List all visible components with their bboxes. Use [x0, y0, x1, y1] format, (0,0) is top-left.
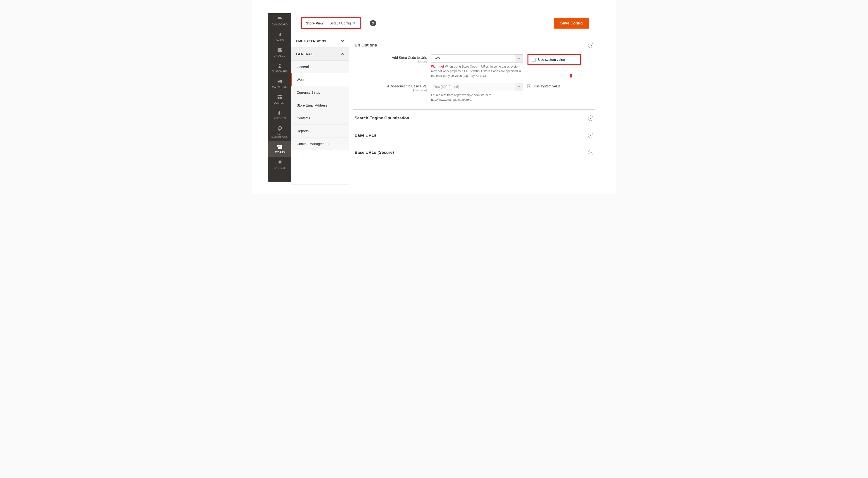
question-icon: ?: [372, 21, 374, 25]
section-base-urls-header[interactable]: Base URLs: [352, 127, 595, 144]
section-title: Base URLs (Secure): [354, 150, 394, 155]
main-panel: Store View: Default Config ? Save Config…: [291, 13, 599, 194]
field-note: Warning! When using Store Code in URLs, …: [431, 64, 523, 78]
field-label: Add Store Code to Urls: [392, 56, 427, 60]
chevron-down-icon: [341, 39, 344, 43]
sidebar-section-fme-extensions[interactable]: FME EXTENSIONS: [291, 35, 349, 48]
auto-redirect-select: Yes (302 Found): [431, 83, 523, 91]
gear-icon: [277, 159, 283, 165]
expand-down-icon: [588, 133, 593, 138]
nav-system[interactable]: SYSTEM: [268, 157, 291, 172]
sidebar-item-web[interactable]: Web: [291, 73, 349, 86]
add-store-code-select[interactable]: Yes: [431, 54, 523, 62]
section-seo-header[interactable]: Search Engine Optimization: [352, 109, 595, 127]
layout-icon: [277, 94, 283, 100]
nav-customers[interactable]: CUSTOMERS: [268, 60, 291, 76]
nav-dashboard[interactable]: DASHBOARD: [268, 13, 291, 29]
hexagon-icon: [277, 125, 283, 131]
dropdown-toggle: [515, 83, 523, 91]
nav-reports[interactable]: REPORTS: [268, 107, 291, 123]
collapse-up-icon: [588, 43, 593, 48]
nav-sales[interactable]: SALES: [268, 29, 291, 45]
sidebar-item-general[interactable]: General: [291, 61, 349, 73]
bars-icon: [277, 109, 283, 116]
nav-content[interactable]: CONTENT: [268, 92, 291, 107]
store-view-label: Store View:: [306, 21, 324, 25]
sidebar-item-currency-setup[interactable]: Currency Setup: [291, 86, 349, 99]
section-title: Search Engine Optimization: [354, 116, 409, 121]
dollar-icon: [277, 31, 283, 38]
section-title: Url Options: [354, 43, 377, 48]
use-system-value: Use system value: [527, 84, 581, 88]
field-scope: [global]: [354, 60, 427, 63]
field-add-store-code: Add Store Code to Urls [global] Yes Warn…: [352, 52, 595, 81]
sidebar-item-content-management[interactable]: Content Management: [291, 137, 349, 150]
field-label: Auto-redirect to Base URL: [387, 84, 427, 88]
sidebar-item-contacts[interactable]: Contacts: [291, 112, 349, 125]
nav-marketing[interactable]: MARKETING: [268, 76, 291, 92]
box-icon: [277, 47, 283, 53]
sidebar-item-store-email-address[interactable]: Store Email Address: [291, 99, 349, 112]
person-icon: [277, 63, 283, 69]
store-icon: [277, 144, 283, 150]
expand-down-icon: [588, 116, 593, 121]
chevron-up-icon: [341, 52, 344, 56]
config-sidebar: FME EXTENSIONS GENERAL General Web Curre…: [291, 35, 349, 185]
sidebar-section-general[interactable]: GENERAL: [291, 48, 349, 61]
store-view-switcher: Store View: Default Config: [301, 17, 361, 29]
sidebar-item-reports[interactable]: Reports: [291, 125, 349, 137]
nav-catalog[interactable]: CATALOG: [268, 44, 291, 60]
field-note: I.e. redirect from http://example.com/st…: [431, 93, 523, 102]
highlight-marker: [569, 74, 572, 77]
nav-stores[interactable]: STORES: [268, 141, 291, 157]
section-base-urls-secure-header[interactable]: Base URLs (Secure): [352, 144, 595, 161]
dropdown-toggle[interactable]: [515, 55, 523, 62]
store-view-dropdown[interactable]: Default Config: [330, 21, 355, 25]
save-config-button[interactable]: Save Config: [554, 18, 589, 29]
nav-fme-extensions[interactable]: FME EXTENSIONS: [268, 123, 291, 141]
config-content: Url Options Add Store Code to Urls [glob…: [349, 35, 599, 185]
field-scope: [store view]: [354, 89, 427, 92]
section-url-options-header[interactable]: Url Options: [352, 38, 595, 52]
page-header: Store View: Default Config ? Save Config: [291, 13, 599, 35]
use-system-value-checkbox[interactable]: [527, 84, 531, 88]
caret-down-icon: [353, 22, 355, 25]
section-title: Base URLs: [354, 133, 376, 138]
dashboard-icon: [277, 16, 283, 22]
expand-down-icon: [588, 150, 593, 155]
help-button[interactable]: ?: [370, 20, 376, 26]
megaphone-icon: [277, 78, 283, 85]
field-auto-redirect: Auto-redirect to Base URL [store view] Y…: [352, 81, 595, 105]
use-system-value-highlighted: Use system value: [527, 54, 581, 65]
use-system-value-checkbox[interactable]: [532, 58, 536, 62]
admin-sidebar: DASHBOARD SALES CATALOG CUSTOMERS MARKET…: [268, 13, 291, 182]
